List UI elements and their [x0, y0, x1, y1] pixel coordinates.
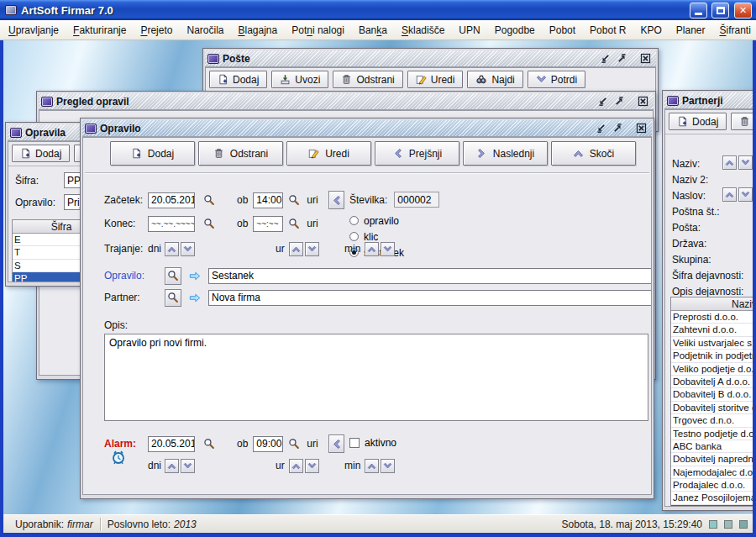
partner-row-dobavitelj-b-d-o-o[interactable]: Dobavitelj B d.o.o. [671, 388, 753, 401]
poste-close-button[interactable] [638, 52, 652, 65]
opravila-dodaj-button[interactable]: Dodaj [12, 145, 70, 162]
min-up-button[interactable] [365, 242, 379, 256]
poste-restore-button[interactable] [598, 52, 612, 65]
menu-item-naro-ila[interactable]: Naročila [186, 24, 223, 36]
opis-textarea[interactable]: Opravilo pri novi firmi. [104, 334, 648, 421]
opravilo-odstrani-button[interactable]: Odstrani [198, 141, 283, 166]
menu-item-fakturiranje[interactable]: Fakturiranje [73, 24, 126, 36]
konec-time-field[interactable]: ~~:~~ [253, 216, 283, 232]
menu-item-upn[interactable]: UPN [459, 24, 480, 36]
alarm-time-magnifier-icon[interactable] [288, 438, 300, 450]
alarm-copy-time-button[interactable] [328, 434, 344, 453]
menu-item-kpo[interactable]: KPO [640, 24, 661, 36]
konec-date-magnifier-icon[interactable] [203, 218, 215, 229]
poste-maximize-button[interactable] [615, 52, 628, 65]
alarm-dni-down-button[interactable] [181, 459, 195, 473]
pregled-titlebar[interactable]: Pregled opravil [39, 93, 654, 110]
poste-potrdi-button[interactable]: Potrdi [528, 71, 585, 88]
maximize-button[interactable] [711, 3, 729, 18]
ur-down-button[interactable] [305, 242, 319, 256]
opravilo-dodaj-button[interactable]: Dodaj [110, 141, 195, 166]
alarm-ur-up-button[interactable] [289, 459, 303, 473]
partner-row-testno-podjetje-d-o-o[interactable]: Testno podjetje d.o.o. [671, 428, 753, 440]
pregled-maximize-button[interactable] [612, 95, 626, 108]
zacetek-date-magnifier-icon[interactable] [203, 194, 215, 206]
alarm-date-field[interactable]: 20.05.2013 [148, 436, 195, 452]
poste-uvozi-button[interactable]: Uvozi [271, 71, 328, 88]
partner-value-field[interactable]: Nova firma [208, 290, 652, 306]
opravilo-maximize-button[interactable] [611, 122, 624, 134]
partner-table-header[interactable]: Naziv [671, 297, 753, 311]
opravilo-titlebar[interactable]: Opravilo [82, 120, 652, 137]
alarm-min-down-button[interactable] [381, 459, 395, 473]
konec-time-magnifier-icon[interactable] [288, 218, 300, 229]
zacetek-time-magnifier-icon[interactable] [288, 194, 300, 206]
menu-item-potni-nalogi[interactable]: Potni nalogi [291, 24, 344, 36]
menu-item-prejeto[interactable]: Prejeto [140, 24, 172, 36]
opravilo-lookup-button[interactable] [165, 267, 181, 285]
menu-item-planer[interactable]: Planer [676, 24, 706, 36]
partner-row-prodajalec-d-o-o[interactable]: Prodajalec d.o.o. [671, 479, 753, 492]
close-button[interactable]: ✕ [734, 3, 752, 18]
poste-odstrani-button[interactable]: Odstrani [333, 71, 402, 88]
partner-lookup-button[interactable] [165, 289, 181, 307]
spin-up-button[interactable] [722, 155, 737, 170]
partner-row-trgovec-d-n-o[interactable]: Trgovec d.n.o. [671, 414, 753, 427]
poste-najdi-button[interactable]: Najdi [467, 71, 522, 88]
alarm-ur-down-button[interactable] [305, 459, 319, 473]
dni-down-button[interactable] [181, 242, 195, 256]
copy-time-button[interactable] [328, 191, 344, 209]
minimize-button[interactable] [690, 3, 707, 18]
pregled-restore-button[interactable] [596, 95, 609, 108]
opravilo-goto-arrow-icon[interactable] [188, 271, 202, 282]
poste-uredi-button[interactable]: Uredi [407, 71, 464, 88]
alarm-min-up-button[interactable] [365, 459, 379, 473]
partner-row-najemodajalec-d-o-o[interactable]: Najemodajalec d.o.o. [671, 466, 753, 479]
partner-row-podjetnik-in-podjetnik-d[interactable]: Podjetnik in podjetnik d. [671, 350, 753, 362]
menu-item-pogodbe[interactable]: Pogodbe [495, 24, 535, 36]
radio-opravilo[interactable]: opravilo [349, 213, 404, 229]
partnerji-titlebar[interactable]: Partnerji [664, 92, 753, 109]
partner-row-nova-firma[interactable]: Nova firma [671, 505, 753, 507]
alarm-dni-up-button[interactable] [165, 459, 179, 473]
ur-up-button[interactable] [289, 242, 303, 256]
poste-titlebar[interactable]: Pošte [205, 50, 656, 67]
spin-up-button[interactable] [722, 187, 737, 202]
spin-down-button[interactable] [738, 155, 753, 170]
alarm-date-magnifier-icon[interactable] [203, 438, 215, 450]
opravilo-prej-nji-button[interactable]: Prejšnji [375, 141, 459, 166]
partner-row-dobavitelj-a-d-o-o[interactable]: Dobavitelj A d.o.o. [671, 376, 753, 388]
opravilo-uredi-button[interactable]: Uredi [286, 141, 371, 166]
status-tray-icon[interactable] [724, 520, 732, 529]
partner-goto-arrow-icon[interactable] [188, 292, 202, 303]
menu-item-skladi-e[interactable]: Skladišče [402, 24, 444, 36]
opravilo-restore-button[interactable] [594, 122, 607, 134]
menu-item-pobot[interactable]: Pobot [549, 24, 575, 36]
menu-item-pobot-r[interactable]: Pobot R [590, 24, 626, 36]
opravilo-value-field[interactable]: Sestanek [208, 268, 652, 284]
poste-dodaj-button[interactable]: Dodaj [209, 71, 267, 88]
dni-up-button[interactable] [165, 242, 179, 256]
partner-row-abc-banka[interactable]: ABC banka [671, 440, 753, 453]
menu-item-ifranti[interactable]: Šifranti [720, 24, 751, 36]
opravilo-sko-i-button[interactable]: Skoči [551, 141, 636, 166]
partnerji-odstrani-button[interactable]: Odstrani [731, 113, 753, 130]
alarm-time-field[interactable]: 09:00 [253, 436, 283, 452]
menu-item-upravljanje[interactable]: Upravljanje [8, 24, 59, 36]
partner-row-zahtevni-d-o-o[interactable]: Zahtevni d.o.o. [671, 324, 753, 336]
konec-date-field[interactable]: ~~.~~.~~~~ [148, 216, 195, 232]
partner-row-janez-posojilojemalec[interactable]: Janez Posojilojemalec [671, 492, 753, 504]
menu-item-banka[interactable]: Banka [359, 24, 387, 36]
zacetek-time-field[interactable]: 14:00 [253, 192, 283, 208]
opravilo-naslednji-button[interactable]: Naslednji [463, 141, 548, 166]
menu-item-blagajna[interactable]: Blagajna [238, 24, 277, 36]
status-tray-icon[interactable] [739, 520, 748, 529]
spin-down-button[interactable] [738, 187, 753, 202]
status-tray-icon[interactable] [709, 520, 717, 529]
min-down-button[interactable] [381, 242, 395, 256]
partner-row-veliki-ustvarjalec-s-p[interactable]: Veliki ustvarjalec s.p. [671, 337, 753, 350]
partnerji-dodaj-button[interactable]: Dodaj [669, 113, 727, 130]
opravilo-close-button[interactable] [634, 122, 648, 134]
partner-row-veliko-podjetje-d-o-o[interactable]: Veliko podjetje d.o.o. [671, 363, 753, 376]
aktivno-checkbox[interactable] [349, 438, 360, 448]
